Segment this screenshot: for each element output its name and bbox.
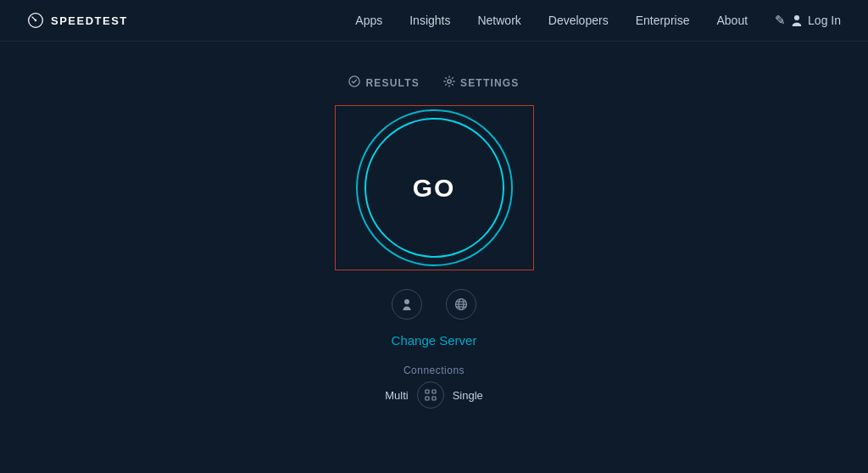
- login-label: Log In: [808, 14, 841, 27]
- main-content: RESULTS SETTINGS GO: [0, 42, 868, 409]
- connections-toggle-button[interactable]: [417, 381, 444, 409]
- logo-area: SPEEDTEST: [27, 12, 128, 29]
- globe-icon-button[interactable]: [446, 289, 476, 320]
- icons-row: [392, 289, 476, 320]
- nav-apps[interactable]: Apps: [355, 14, 382, 27]
- tabs-row: RESULTS SETTINGS: [348, 75, 519, 90]
- results-label: RESULTS: [365, 77, 420, 89]
- grid-icon: [424, 388, 437, 402]
- login-button[interactable]: ✎ Log In: [775, 13, 841, 28]
- multi-label: Multi: [385, 389, 408, 402]
- header: SPEEDTEST Apps Insights Network Develope…: [0, 0, 868, 42]
- nav-developers[interactable]: Developers: [548, 14, 609, 27]
- svg-rect-9: [426, 390, 429, 393]
- logo-text: SPEEDTEST: [51, 14, 128, 27]
- change-server-link[interactable]: Change Server: [392, 333, 477, 348]
- results-icon: [348, 75, 360, 90]
- go-button[interactable]: GO: [364, 118, 504, 258]
- single-label: Single: [453, 389, 483, 402]
- nav-about[interactable]: About: [716, 14, 748, 27]
- svg-rect-12: [432, 397, 436, 400]
- nav-network[interactable]: Network: [477, 14, 520, 27]
- svg-point-1: [35, 19, 37, 22]
- settings-icon: [443, 75, 455, 90]
- tab-results[interactable]: RESULTS: [348, 75, 420, 90]
- go-button-container[interactable]: GO: [335, 105, 534, 270]
- person-icon: [400, 298, 414, 311]
- connections-toggle: Multi Single: [385, 381, 483, 409]
- go-label: GO: [413, 174, 456, 203]
- svg-point-3: [448, 80, 451, 83]
- svg-rect-10: [432, 390, 436, 393]
- settings-label: SETTINGS: [460, 77, 520, 89]
- svg-rect-11: [426, 397, 429, 400]
- speedtest-logo-icon: [27, 12, 44, 29]
- connections-area: Connections Multi Single: [385, 364, 483, 409]
- connections-label: Connections: [403, 364, 465, 376]
- person-icon: ✎: [775, 13, 786, 28]
- nav-enterprise[interactable]: Enterprise: [636, 14, 690, 27]
- user-icon: [791, 14, 803, 26]
- tab-settings[interactable]: SETTINGS: [443, 75, 520, 90]
- go-circle-outer: GO: [356, 109, 513, 266]
- globe-icon: [454, 298, 468, 311]
- person-icon-button[interactable]: [392, 289, 422, 320]
- nav-insights[interactable]: Insights: [409, 14, 450, 27]
- nav: Apps Insights Network Developers Enterpr…: [355, 13, 841, 28]
